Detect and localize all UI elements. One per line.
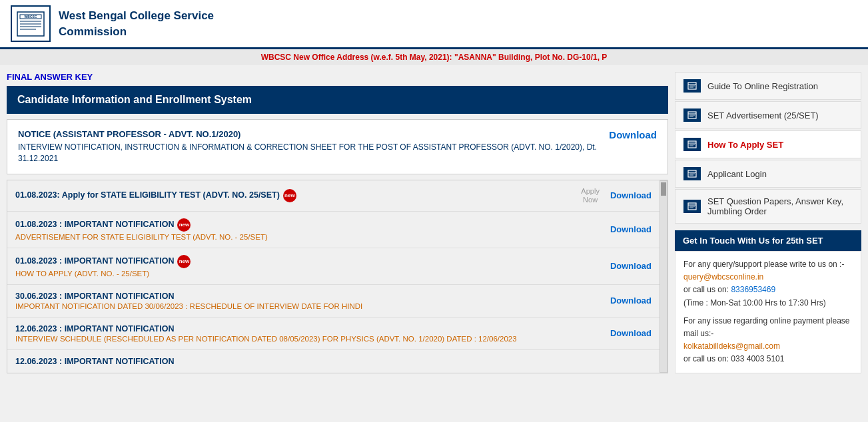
notif-actions: Download [610,261,651,271]
download-link[interactable]: Download [610,261,651,271]
scroll-thumb [661,182,666,196]
notif-actions: Apply NowDownload [581,187,651,204]
sidebar-item-3[interactable]: Applicant Login [675,160,861,188]
notif-title: 01.08.2023 : IMPORTANT NOTIFICATIONnew [15,218,604,232]
download-link[interactable]: Download [610,224,651,234]
sidebar-item-label-2: How To Apply SET [707,140,783,150]
table-row: 12.06.2023 : IMPORTANT NOTIFICATIONINTER… [7,317,659,350]
contact-text4: For any issue regarding online payment p… [683,315,853,340]
notif-title: 01.08.2023: Apply for STATE ELIGIBILITY … [15,189,574,202]
scrollbar[interactable] [659,180,667,373]
sidebar-item-4[interactable]: SET Question Papers, Answer Key, Jumblin… [675,189,861,224]
notice-block-text: NOTICE (ASSISTANT PROFESSOR - ADVT. NO.1… [18,129,598,164]
notif-subtitle: IMPORTANT NOTIFICATION DATED 30/06/2023 … [15,302,604,310]
notif-content: 01.08.2023 : IMPORTANT NOTIFICATIONnewAD… [15,218,604,241]
notifications-table: 01.08.2023: Apply for STATE ELIGIBILITY … [7,180,668,373]
svg-text:WBCSC: WBCSC [25,15,37,19]
table-row: 01.08.2023 : IMPORTANT NOTIFICATIONnewHO… [7,248,659,285]
contact-email2[interactable]: kolkatabilldeks@gmail.com [683,340,853,353]
notif-content: 01.08.2023: Apply for STATE ELIGIBILITY … [15,189,574,202]
contact-text3: (Time : Mon-Sat 10:00 Hrs to 17:30 Hrs) [683,297,853,310]
sidebar-item-icon-0 [683,79,701,93]
notice-block: NOTICE (ASSISTANT PROFESSOR - ADVT. NO.1… [7,119,668,174]
notif-content: 12.06.2023 : IMPORTANT NOTIFICATIONINTER… [15,324,604,343]
notif-actions: Download [610,328,651,338]
table-row: 30.06.2023 : IMPORTANT NOTIFICATIONIMPOR… [7,285,659,317]
notif-subtitle: ADVERTISEMENT FOR STATE ELIGIBILITY TEST… [15,233,604,241]
sidebar-item-0[interactable]: Guide To Online Registration [675,72,861,100]
sidebar-item-icon-1 [683,108,701,122]
sidebar-item-label-3: Applicant Login [707,169,767,179]
contact-section2: For any issue regarding online payment p… [683,315,853,366]
sidebar-item-2[interactable]: How To Apply SET [675,130,861,158]
notice-bar: WBCSC New Office Address (w.e.f. 5th May… [0,49,868,65]
logo-icon: WBCSC [16,11,45,37]
contact-text1: For any query/support please write to us… [683,258,853,271]
download-link[interactable]: Download [610,296,651,306]
main-layout: FINAL ANSWER KEY Candidate Information a… [0,65,868,380]
sidebar-item-label-1: SET Advertisement (25/SET) [707,110,819,120]
download-link[interactable]: Download [610,328,651,338]
contact-text5: or call us on: 033 4003 5101 [683,353,853,365]
logo: WBCSC [11,5,51,42]
left-content: FINAL ANSWER KEY Candidate Information a… [7,72,668,373]
notif-content: 30.06.2023 : IMPORTANT NOTIFICATIONIMPOR… [15,292,604,310]
download-link[interactable]: Download [610,190,651,200]
contact-email1[interactable]: query@wbcsconline.in [683,271,853,284]
notif-content: 12.06.2023 : IMPORTANT NOTIFICATION [15,357,645,366]
final-answer-key-label: FINAL ANSWER KEY [7,72,668,82]
sidebar-item-label-4: SET Question Papers, Answer Key, Jumblin… [707,196,853,216]
sidebar-item-icon-4 [683,200,701,213]
notif-subtitle: HOW TO APPLY (ADVT. NO. - 25/SET) [15,270,604,278]
org-name: West Bengal College Service Commission [59,8,214,40]
new-badge: new [283,189,296,202]
new-badge: new [177,255,191,268]
notif-actions: Download [610,224,651,234]
header: WBCSC West Bengal College Service Commis… [0,0,868,49]
apply-now-button[interactable]: Apply Now [581,187,600,204]
contact-title: Get In Touch With Us for 25th SET [675,230,861,251]
new-badge: new [177,218,191,232]
notif-content: 01.08.2023 : IMPORTANT NOTIFICATIONnewHO… [15,255,604,278]
notice-title: NOTICE (ASSISTANT PROFESSOR - ADVT. NO.1… [18,129,598,139]
notif-title: 01.08.2023 : IMPORTANT NOTIFICATIONnew [15,255,604,268]
table-rows: 01.08.2023: Apply for STATE ELIGIBILITY … [7,180,659,373]
sidebar-item-label-0: Guide To Online Registration [707,81,818,91]
table-row: 12.06.2023 : IMPORTANT NOTIFICATION [7,350,659,373]
notice-desc: INTERVIEW NOTIFICATION, INSTRUCTION & IN… [18,142,598,164]
notif-title: 30.06.2023 : IMPORTANT NOTIFICATION [15,292,604,301]
notice-download-link[interactable]: Download [609,129,657,140]
table-row: 01.08.2023 : IMPORTANT NOTIFICATIONnewAD… [7,212,659,248]
notif-title: 12.06.2023 : IMPORTANT NOTIFICATION [15,324,604,333]
contact-info: For any query/support please write to us… [675,251,861,373]
right-sidebar: Guide To Online RegistrationSET Advertis… [675,72,861,373]
notif-subtitle: INTERVIEW SCHEDULE (RESCHEDULED AS PER N… [15,335,604,343]
sidebar-item-icon-3 [683,167,701,180]
table-row: 01.08.2023: Apply for STATE ELIGIBILITY … [7,180,659,212]
notif-actions: Download [610,296,651,306]
sidebar-item-1[interactable]: SET Advertisement (25/SET) [675,101,861,129]
sidebar-item-icon-2 [683,138,701,151]
contact-phone-line: or call us on: 8336953469 [683,284,853,296]
section-header: Candidate Information and Enrollment Sys… [7,86,668,114]
notif-title: 12.06.2023 : IMPORTANT NOTIFICATION [15,357,645,366]
sidebar-buttons: Guide To Online RegistrationSET Advertis… [675,72,861,224]
